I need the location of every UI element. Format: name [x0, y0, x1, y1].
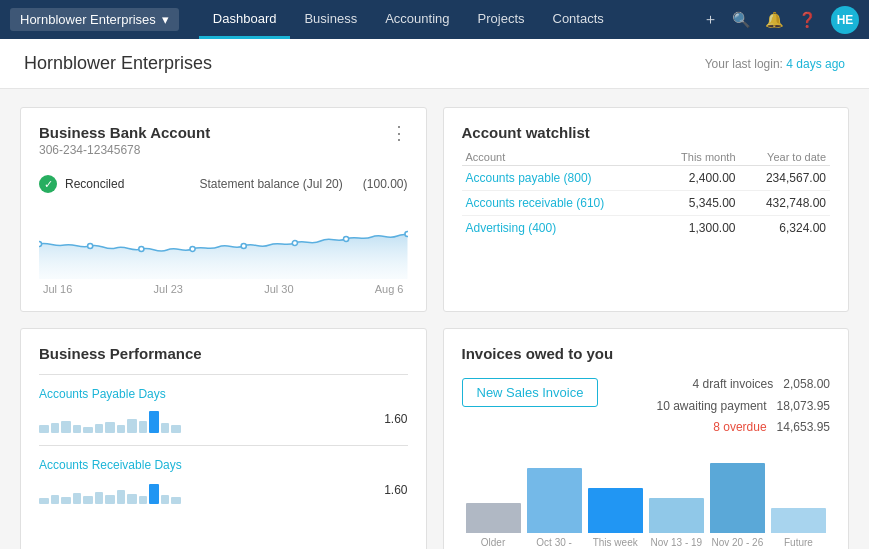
perf-value-0: 1.60 — [378, 412, 408, 426]
bar-group-oct30 — [527, 468, 582, 533]
perf-label-1[interactable]: Accounts Receivable Days — [39, 458, 408, 472]
perf-label-0[interactable]: Accounts Payable Days — [39, 387, 408, 401]
overdue-row: 8 overdue 14,653.95 — [657, 417, 830, 439]
invoices-title: Invoices owed to you — [462, 345, 831, 362]
account-name-0[interactable]: Accounts payable (800) — [462, 166, 657, 191]
main-grid: Business Bank Account 306-234-12345678 ⋮… — [0, 89, 869, 549]
account-name-1[interactable]: Accounts receivable (610) — [462, 191, 657, 216]
invoice-bar — [527, 468, 582, 533]
svg-point-6 — [344, 237, 349, 242]
col-ytd-header: Year to date — [740, 149, 830, 166]
bar-group-nov20 — [710, 463, 765, 533]
this-month-0: 2,400.00 — [657, 166, 740, 191]
bank-chart — [39, 199, 408, 279]
perf-bar — [161, 423, 169, 433]
overdue-amount: 14,653.95 — [777, 420, 830, 434]
chart-label-4: Aug 6 — [375, 283, 404, 295]
perf-bar-highlight — [149, 484, 159, 504]
add-icon[interactable]: ＋ — [703, 10, 718, 29]
statement-info: Statement balance (Jul 20) (100.00) — [199, 177, 407, 191]
awaiting-count: 10 awaiting payment — [657, 399, 767, 413]
this-month-1: 5,345.00 — [657, 191, 740, 216]
search-icon[interactable]: 🔍 — [732, 11, 751, 29]
bank-menu-icon[interactable]: ⋮ — [390, 124, 408, 142]
nav-contacts[interactable]: Contacts — [539, 0, 618, 39]
bank-title: Business Bank Account — [39, 124, 210, 141]
invoices-stats: 4 draft invoices 2,058.00 10 awaiting pa… — [657, 374, 830, 439]
table-row: Advertising (400) 1,300.00 6,324.00 — [462, 216, 831, 241]
bar-group-thisweek — [588, 488, 643, 533]
invoice-bar — [588, 488, 643, 533]
perf-row-0: Accounts Payable Days 1. — [39, 387, 408, 433]
reconciled-check-icon: ✓ — [39, 175, 57, 193]
bar-label-4: Nov 20 - 26 — [710, 537, 765, 549]
bank-title-group: Business Bank Account 306-234-12345678 — [39, 124, 210, 167]
perf-bar — [171, 497, 181, 504]
perf-divider — [39, 374, 408, 375]
chart-label-2: Jul 23 — [154, 283, 183, 295]
perf-value-1: 1.60 — [378, 483, 408, 497]
statement-balance: (100.00) — [363, 177, 408, 191]
bar-group-older — [466, 503, 521, 533]
bank-account-number: 306-234-12345678 — [39, 143, 210, 157]
nav-items: Dashboard Business Accounting Projects C… — [199, 0, 703, 39]
awaiting-row: 10 awaiting payment 18,073.95 — [657, 396, 830, 418]
invoice-bar — [466, 503, 521, 533]
perf-bars-1 — [39, 476, 368, 504]
invoice-bar — [771, 508, 826, 533]
bar-label-5: Future — [771, 537, 826, 549]
perf-bar — [73, 425, 81, 433]
bar-label-0: Older — [466, 537, 521, 549]
nav-accounting[interactable]: Accounting — [371, 0, 463, 39]
chart-label-1: Jul 16 — [43, 283, 72, 295]
ytd-0: 234,567.00 — [740, 166, 830, 191]
invoice-bars — [462, 453, 831, 533]
perf-bar — [83, 427, 93, 433]
col-account-header: Account — [462, 149, 657, 166]
last-login-link[interactable]: 4 days ago — [786, 57, 845, 71]
bar-group-nov13 — [649, 498, 704, 533]
draft-invoices-row: 4 draft invoices 2,058.00 — [657, 374, 830, 396]
svg-point-1 — [88, 244, 93, 249]
perf-bar — [127, 494, 137, 504]
invoice-bar — [649, 498, 704, 533]
nav-projects[interactable]: Projects — [464, 0, 539, 39]
perf-bar — [39, 425, 49, 433]
invoice-bar — [710, 463, 765, 533]
table-row: Accounts receivable (610) 5,345.00 432,7… — [462, 191, 831, 216]
account-name-2[interactable]: Advertising (400) — [462, 216, 657, 241]
brand-label: Hornblower Enterprises — [20, 12, 156, 27]
help-icon[interactable]: ❓ — [798, 11, 817, 29]
svg-point-7 — [405, 232, 408, 237]
bar-label-2: This week — [588, 537, 643, 549]
perf-bar — [105, 422, 115, 433]
col-this-month-header: This month — [657, 149, 740, 166]
bank-chart-svg — [39, 199, 408, 279]
perf-bar-area-0: 1.60 — [39, 405, 408, 433]
watchlist-title: Account watchlist — [462, 124, 831, 141]
perf-bar-highlight — [149, 411, 159, 433]
watchlist-header-row: Account This month Year to date — [462, 149, 831, 166]
statement-label: Statement balance (Jul 20) — [199, 177, 342, 191]
this-month-2: 1,300.00 — [657, 216, 740, 241]
last-login: Your last login: 4 days ago — [705, 57, 845, 71]
bar-label-3: Nov 13 - 19 — [649, 537, 704, 549]
perf-bar — [39, 498, 49, 504]
perf-bar — [95, 424, 103, 433]
perf-bars-0 — [39, 405, 368, 433]
bar-group-future — [771, 508, 826, 533]
navbar: Hornblower Enterprises ▾ Dashboard Busin… — [0, 0, 869, 39]
perf-bar — [127, 419, 137, 433]
svg-point-5 — [292, 241, 297, 246]
user-avatar[interactable]: HE — [831, 6, 859, 34]
perf-bar — [105, 495, 115, 504]
nav-dashboard[interactable]: Dashboard — [199, 0, 291, 39]
perf-row-1: Accounts Receivable Days — [39, 458, 408, 504]
bell-icon[interactable]: 🔔 — [765, 11, 784, 29]
reconciled-row: ✓ Reconciled Statement balance (Jul 20) … — [39, 175, 408, 193]
nav-business[interactable]: Business — [290, 0, 371, 39]
overdue-count[interactable]: 8 overdue — [713, 420, 766, 434]
new-sales-invoice-button[interactable]: New Sales Invoice — [462, 378, 599, 407]
bank-account-card: Business Bank Account 306-234-12345678 ⋮… — [20, 107, 427, 312]
brand-button[interactable]: Hornblower Enterprises ▾ — [10, 8, 179, 31]
